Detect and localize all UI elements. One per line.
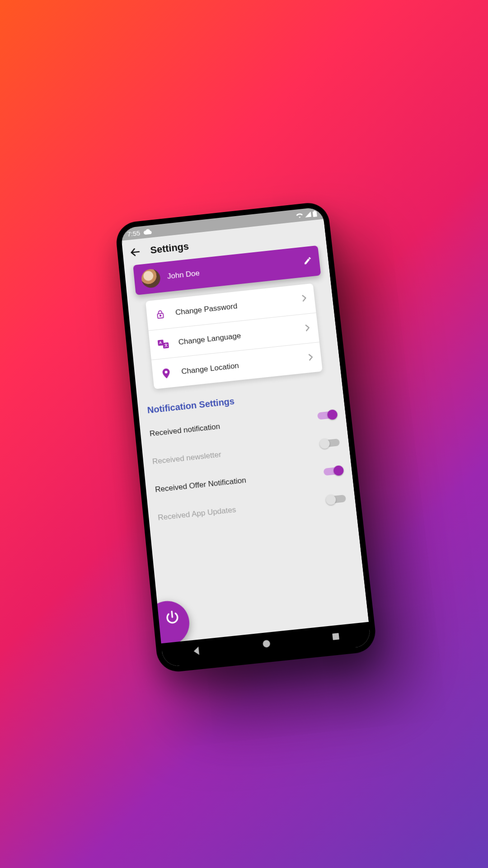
account-actions-list: Change Password A文 Change Language [145,283,323,389]
svg-point-8 [263,640,271,648]
battery-icon [313,211,317,217]
toggle-received-updates: Received App Updates [156,484,347,532]
arrow-left-icon [129,246,141,259]
toggle-label: Received notification [149,422,221,439]
chevron-right-icon [308,353,314,363]
phone-frame: 7:55 [115,201,378,674]
phone-screen: 7:55 [121,207,372,667]
action-label: Change Language [178,331,241,347]
translate-icon: A文 [158,339,169,349]
switch[interactable] [324,467,343,476]
cloud-icon [143,229,152,235]
action-label: Change Password [175,302,238,317]
chevron-right-icon [301,294,307,304]
lock-icon [155,309,166,320]
svg-point-2 [160,315,161,316]
toggle-received-offer: Received Offer Notification [154,456,344,504]
content-area: John Doe Change Password [124,245,369,644]
switch[interactable] [326,495,346,504]
switch[interactable] [317,410,337,420]
action-label: Change Location [181,361,239,376]
avatar [141,268,161,288]
toggle-label: Received newsletter [152,450,221,467]
signal-icon [305,212,311,217]
wifi-icon [296,212,303,218]
page-title: Settings [150,241,189,256]
power-icon [165,609,180,627]
chevron-right-icon [305,324,310,333]
toggle-label: Received App Updates [158,505,237,523]
svg-text:文: 文 [164,343,168,348]
location-icon [160,368,172,378]
power-fab[interactable] [144,599,192,644]
svg-rect-9 [332,633,339,640]
svg-text:A: A [159,340,162,344]
pencil-icon [303,256,313,266]
nav-back-button[interactable] [192,646,202,657]
nav-home-button[interactable] [262,639,272,650]
switch[interactable] [320,439,340,448]
edit-profile-button[interactable] [303,256,313,267]
nav-recent-button[interactable] [332,632,340,642]
toggle-label: Received Offer Notification [155,476,246,494]
theme-toggle-button[interactable] [304,224,321,242]
profile-name: John Doe [167,269,200,281]
moon-icon [307,227,319,239]
svg-line-7 [172,611,172,617]
notification-toggles: Received notification Received newslette… [148,400,347,532]
android-nav-bar [161,622,371,668]
back-button[interactable] [127,243,144,261]
status-time: 7:55 [127,229,141,238]
